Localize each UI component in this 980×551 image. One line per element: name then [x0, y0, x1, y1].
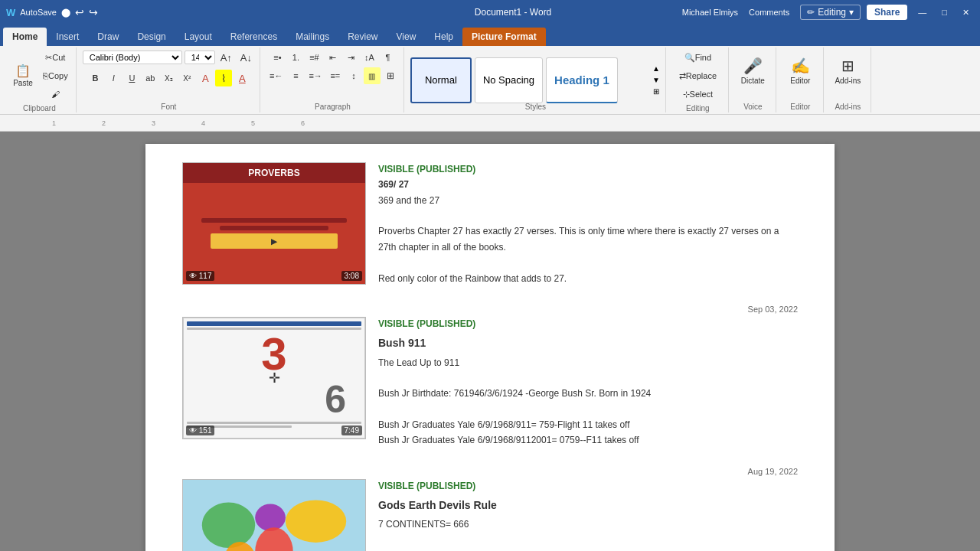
ruler-mark: 6	[301, 119, 305, 127]
format-painter-button[interactable]: 🖌	[40, 86, 71, 103]
italic-button[interactable]: I	[105, 70, 122, 86]
tab-mailings[interactable]: Mailings	[286, 28, 338, 46]
bullets-button[interactable]: ≡•	[269, 49, 286, 66]
pencil-icon: ✏	[807, 7, 815, 18]
increase-indent-button[interactable]: ⇥	[342, 49, 359, 66]
increase-font-button[interactable]: A↑	[217, 49, 235, 66]
align-left-button[interactable]: ≡←	[266, 67, 286, 84]
para-row1: ≡• 1. ≡# ⇤ ⇥ ↕A ¶	[269, 49, 396, 66]
proverbs-header: PROVERBS	[183, 163, 365, 183]
undo-btn[interactable]: ↩	[75, 6, 84, 18]
word-thumb: 3 6	[183, 318, 365, 439]
dictate-button[interactable]: 🎤 Dictate	[737, 49, 768, 92]
underline-button[interactable]: U	[123, 70, 140, 86]
superscript-button[interactable]: X²	[178, 70, 195, 86]
ruler-mark: 5	[251, 119, 255, 127]
style-no-spacing[interactable]: No Spacing	[475, 57, 543, 103]
proverbs-body: ▶	[183, 183, 365, 284]
minimize-button[interactable]: —	[913, 6, 931, 18]
font-face-dropdown[interactable]: Calibri (Body)	[83, 51, 182, 64]
select-button[interactable]: ⊹ Select	[680, 86, 717, 103]
text-effects-button[interactable]: A	[197, 70, 214, 86]
strikethrough-button[interactable]: ab	[142, 70, 158, 86]
search-icon: 🔍	[684, 53, 695, 63]
editor-button[interactable]: ✍ Editor	[785, 49, 815, 92]
thumb-number-3: 3	[187, 331, 361, 377]
align-center-button[interactable]: ≡	[287, 67, 304, 84]
entry-body: 3 6 👁 151 7:49 ✛ VISIBLE (PUBLISHED) Bus…	[182, 317, 798, 448]
font-content: Calibri (Body) 14 A↑ A↓ B I U ab X₂ X² A…	[83, 49, 255, 101]
tab-layout[interactable]: Layout	[175, 28, 221, 46]
doc-area[interactable]: PROVERBS ▶ 👁 117 3:08 VISIBLE (PUBLISHED…	[0, 132, 980, 551]
find-button[interactable]: 🔍 Find	[681, 49, 714, 66]
shading-button[interactable]: ▥	[364, 67, 381, 84]
sort-button[interactable]: ↕A	[361, 49, 377, 66]
styles-scroll-down[interactable]: ▼	[652, 75, 661, 85]
cut-button[interactable]: ✂ Cut	[40, 49, 71, 66]
select-label: Select	[690, 90, 714, 99]
font-size-dropdown[interactable]: 14	[185, 51, 215, 64]
tab-review[interactable]: Review	[338, 28, 387, 46]
clipboard-sub: ✂ Cut ⎘ Copy 🖌	[40, 49, 71, 103]
tab-draw[interactable]: Draw	[88, 28, 128, 46]
ruler-mark: 3	[152, 119, 155, 127]
paste-button[interactable]: 📋 Paste	[8, 54, 38, 97]
subscript-button[interactable]: X₂	[160, 70, 177, 86]
editor-icon: ✍	[791, 57, 810, 75]
voice-label: Voice	[743, 101, 762, 111]
styles-group: Normal No Spacing Heading 1 ▲ ▼ ⊞ Styles	[406, 47, 666, 112]
clipboard-label: Clipboard	[23, 103, 56, 112]
style-heading1[interactable]: Heading 1	[546, 57, 618, 103]
proverbs-btn: ▶	[211, 233, 338, 249]
align-right-button[interactable]: ≡→	[305, 67, 325, 84]
autosave-toggle[interactable]: ⬤	[61, 8, 70, 18]
numbering-button[interactable]: 1.	[287, 49, 304, 66]
style-normal[interactable]: Normal	[410, 57, 472, 103]
close-button[interactable]: ✕	[958, 6, 974, 19]
show-marks-button[interactable]: ¶	[379, 49, 396, 66]
copy-button[interactable]: ⎘ Copy	[40, 67, 71, 84]
style-nospace-label: No Spacing	[483, 74, 534, 86]
comments-button[interactable]: Comments	[744, 6, 794, 18]
paste-label: Paste	[13, 79, 33, 87]
tab-view[interactable]: View	[387, 28, 426, 46]
cut-icon: ✂	[45, 53, 52, 63]
chevron-down-icon: ▾	[849, 7, 854, 18]
editing-badge[interactable]: ✏ Editing ▾	[800, 5, 861, 20]
styles-scroll-up[interactable]: ▲	[652, 64, 661, 73]
editor-group: ✍ Editor Editor	[778, 47, 824, 112]
entry-body: 👁 315 7:32 VISIBLE (PUBLISHED) Gods Eart…	[182, 479, 798, 551]
addins-button[interactable]: ⊞ Add-ins	[831, 49, 864, 92]
replace-button[interactable]: ⇄ Replace	[676, 67, 720, 84]
addins-label: Add-ins	[835, 77, 861, 85]
multilevel-button[interactable]: ≡#	[305, 49, 322, 66]
entry-thumbnail: 👁 315 7:32	[182, 479, 366, 551]
entry-text: VISIBLE (PUBLISHED) 369/ 27 369 and the …	[378, 162, 798, 286]
borders-button[interactable]: ⊞	[382, 67, 399, 84]
maximize-button[interactable]: □	[937, 6, 952, 18]
tab-design[interactable]: Design	[128, 28, 175, 46]
editing-content: 🔍 Find ⇄ Replace ⊹ Select	[676, 49, 720, 103]
bold-button[interactable]: B	[87, 70, 103, 86]
entry-subtitle: 369/ 27	[378, 179, 409, 190]
justify-button[interactable]: ≡=	[327, 67, 344, 84]
tab-references[interactable]: References	[221, 28, 286, 46]
tab-home[interactable]: Home	[3, 28, 47, 46]
font-color-button[interactable]: A	[234, 70, 250, 86]
line-spacing-button[interactable]: ↕	[345, 67, 362, 84]
tab-insert[interactable]: Insert	[47, 28, 88, 46]
share-button[interactable]: Share	[867, 5, 907, 20]
tab-help[interactable]: Help	[425, 28, 462, 46]
ruler-mark: 4	[201, 119, 205, 127]
addins-content: ⊞ Add-ins	[831, 49, 864, 101]
paragraph-content: ≡• 1. ≡# ⇤ ⇥ ↕A ¶ ≡← ≡ ≡→ ≡= ↕ ▥ ⊞	[266, 49, 399, 101]
tab-picture-format[interactable]: Picture Format	[462, 28, 546, 46]
decrease-font-button[interactable]: A↓	[237, 49, 255, 66]
svg-point-3	[255, 504, 286, 531]
highlight-button[interactable]: ⌇	[215, 70, 232, 86]
font-format-row: B I U ab X₂ X² A ⌇ A	[87, 70, 250, 86]
decrease-indent-button[interactable]: ⇤	[324, 49, 341, 66]
entry-content: 369/ 27 369 and the 27 Proverbs Chapter …	[378, 177, 798, 286]
redo-btn[interactable]: ↪	[89, 6, 98, 18]
styles-expand[interactable]: ⊞	[652, 86, 661, 96]
